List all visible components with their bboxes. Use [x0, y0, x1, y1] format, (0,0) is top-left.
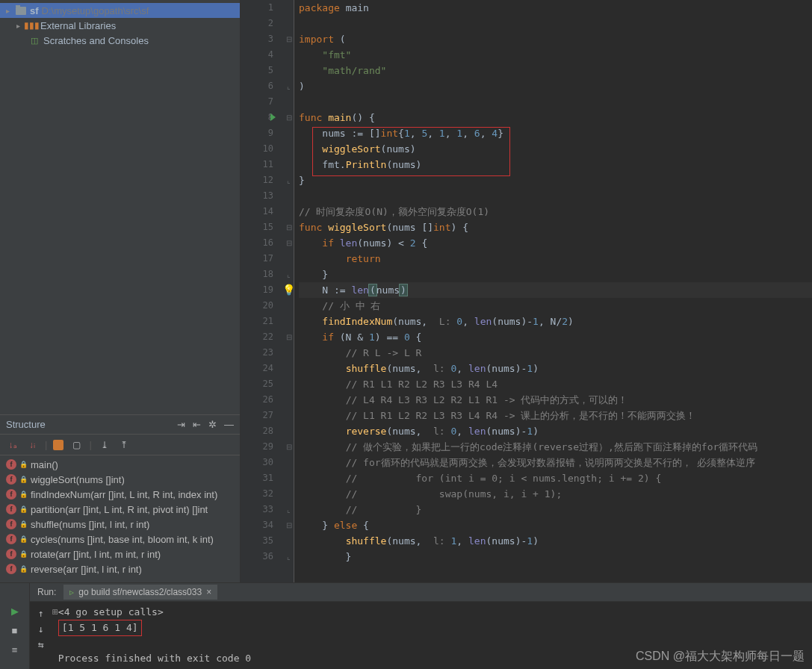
code-area[interactable]: package mainimport ( "fmt" "math/rand")f… — [294, 0, 812, 582]
autoscroll-from-icon[interactable]: ⤒ — [117, 438, 131, 452]
sort-type-icon[interactable]: ↓ᵢ — [25, 438, 39, 452]
lock-icon: 🔒 — [19, 535, 28, 543]
stop-icon[interactable]: ■ — [8, 623, 22, 637]
lock-icon: 🔒 — [19, 491, 28, 498]
go-icon: ▹ — [69, 587, 74, 597]
close-tab-icon[interactable]: × — [206, 587, 211, 597]
code-line[interactable]: // R L -> L R — [299, 345, 812, 361]
code-line[interactable]: // for循环的代码就是两两交换，会发现对数器报错，说明两两交换是不行的， 必… — [299, 455, 812, 470]
code-line[interactable]: // R1 L1 R2 L2 R3 L3 R4 L4 — [299, 376, 812, 392]
struct-item[interactable]: f🔒cycles(nums []int, base int, bloom int… — [0, 532, 240, 547]
struct-label: partition(arr []int, L int, R int, pivot… — [31, 504, 208, 515]
code-line[interactable]: if (N & 1) == 0 { — [299, 329, 812, 345]
code-line[interactable]: package main — [299, 0, 812, 16]
function-icon: f — [6, 534, 16, 544]
editor-area[interactable]: 1234567891011121314151617181920212223242… — [241, 0, 812, 582]
code-line[interactable]: // 时间复杂度O(N)，额外空间复杂度O(1) — [299, 204, 812, 220]
run-tab-label: go build sf/newclass2/class033 — [78, 587, 202, 597]
lock-icon: 🔒 — [19, 565, 28, 573]
function-icon: f — [6, 564, 16, 574]
structure-title: Structure — [6, 419, 46, 430]
struct-item[interactable]: f🔒rotate(arr []int, l int, m int, r int) — [0, 547, 240, 561]
soft-wrap-icon[interactable]: ⇆ — [38, 639, 44, 650]
lock-icon: 🔒 — [19, 550, 28, 558]
code-line[interactable]: // 做个实验，如果把上一行的code注释掉(reverse过程）,然后跑下面注… — [299, 439, 812, 455]
filter-icon[interactable] — [53, 440, 63, 450]
external-libraries[interactable]: ▸ ▮▮▮ External Libraries — [0, 18, 240, 33]
lock-icon: 🔒 — [19, 505, 28, 513]
code-line[interactable]: wiggleSort(nums) — [299, 141, 812, 157]
code-line[interactable]: "math/rand" — [299, 63, 812, 78]
structure-list: f🔒main()f🔒wiggleSort(nums []int)f🔒findIn… — [0, 455, 240, 578]
code-line[interactable]: } — [299, 549, 812, 564]
code-line[interactable]: // L4 R4 L3 R3 L2 R2 L1 R1 -> 代码中的方式，可以的… — [299, 392, 812, 408]
root-name: sf — [30, 5, 39, 16]
run-label: Run: — [30, 587, 63, 597]
console-output: [1 5 1 6 1 4] — [58, 620, 142, 636]
code-line[interactable]: func main() { — [299, 110, 812, 125]
watermark: CSDN @福大大架构师每日一题 — [636, 649, 805, 665]
code-line[interactable]: shuffle(nums, l: 1, len(nums)-1) — [299, 533, 812, 549]
code-line[interactable]: findIndexNum(nums, L: 0, len(nums)-1, N/… — [299, 314, 812, 329]
code-line[interactable]: nums := []int{1, 5, 1, 1, 6, 4} — [299, 125, 812, 141]
code-line[interactable]: } — [299, 172, 812, 188]
code-line[interactable]: import ( — [299, 31, 812, 47]
struct-label: reverse(arr []int, l int, r int) — [31, 564, 142, 575]
expand-icon[interactable]: ▸ — [16, 22, 24, 30]
struct-item[interactable]: f🔒wiggleSort(nums []int) — [0, 472, 240, 487]
code-line[interactable]: } else { — [299, 517, 812, 533]
code-line[interactable]: // for (int i = 0; i < nums.length; i +=… — [299, 470, 812, 486]
layout-icon[interactable]: ≡ — [8, 643, 22, 656]
code-line[interactable]: return — [299, 251, 812, 267]
function-icon: f — [6, 459, 16, 470]
code-line[interactable]: 💡 N := len(nums) — [299, 282, 812, 298]
struct-label: wiggleSort(nums []int) — [31, 474, 125, 485]
show-fields-icon[interactable]: ▢ — [69, 438, 83, 452]
sort-alpha-icon[interactable]: ↓ₐ — [6, 438, 19, 452]
settings-icon[interactable]: ✲ — [208, 419, 217, 430]
code-line[interactable]: reverse(nums, l: 0, len(nums)-1) — [299, 423, 812, 439]
code-line[interactable] — [299, 94, 812, 110]
run-tab[interactable]: ▹ go build sf/newclass2/class033 × — [63, 585, 217, 600]
left-panel: ▸ sfD:\mysetup\gopath\src\sf ▸ ▮▮▮ Exter… — [0, 0, 241, 582]
scratches-consoles[interactable]: ◫ Scratches and Consoles — [0, 33, 240, 48]
code-line[interactable]: // swap(nums, i, i + 1); — [299, 486, 812, 502]
expand-icon[interactable]: ▸ — [6, 7, 13, 15]
line-gutter[interactable]: 1234567891011121314151617181920212223242… — [241, 0, 284, 582]
intention-bulb-icon[interactable]: 💡 — [282, 282, 295, 298]
code-line[interactable] — [299, 188, 812, 204]
code-line[interactable]: "fmt" — [299, 47, 812, 63]
structure-panel: Structure ⇥ ⇤ ✲ — ↓ₐ ↓ᵢ | ▢ | ⤓ ⤒ f🔒main… — [0, 414, 240, 582]
scroll-up-icon[interactable]: ↑ — [38, 608, 44, 619]
code-line[interactable]: shuffle(nums, l: 0, len(nums)-1) — [299, 361, 812, 376]
run-gutter-icon[interactable] — [270, 113, 276, 121]
hide-icon[interactable]: — — [224, 419, 234, 430]
code-line[interactable]: // 小 中 右 — [299, 298, 812, 314]
code-line[interactable]: } — [299, 267, 812, 282]
struct-item[interactable]: f🔒shuffle(nums []int, l int, r int) — [0, 517, 240, 532]
code-line[interactable]: if len(nums) < 2 { — [299, 235, 812, 251]
expand-all-icon[interactable]: ⇥ — [177, 419, 185, 430]
collapse-all-icon[interactable]: ⇤ — [193, 419, 201, 430]
scroll-down-icon[interactable]: ↓ — [38, 623, 44, 635]
code-line[interactable]: fmt.Println(nums) — [299, 157, 812, 172]
project-root[interactable]: ▸ sfD:\mysetup\gopath\src\sf — [0, 3, 240, 18]
root-path: D:\mysetup\gopath\src\sf — [42, 5, 149, 16]
code-line[interactable]: func wiggleSort(nums []int) { — [299, 220, 812, 235]
struct-item[interactable]: f🔒reverse(arr []int, l int, r int) — [0, 561, 240, 576]
ext-lib-label: External Libraries — [40, 20, 116, 31]
rerun-icon[interactable]: ▶ — [8, 604, 22, 617]
autoscroll-source-icon[interactable]: ⤓ — [98, 438, 111, 452]
struct-item[interactable]: f🔒main() — [0, 457, 240, 472]
code-line[interactable]: // } — [299, 502, 812, 517]
code-line[interactable]: ) — [299, 78, 812, 94]
scratch-icon: ◫ — [28, 35, 40, 46]
struct-item[interactable]: f🔒partition(arr []int, L int, R int, piv… — [0, 502, 240, 517]
struct-item[interactable]: f🔒findIndexNum(arr []int, L int, R int, … — [0, 487, 240, 502]
run-toolbar: ▶ ■ ≡ — [0, 583, 30, 669]
function-icon: f — [6, 489, 16, 500]
struct-label: main() — [31, 459, 58, 470]
code-line[interactable]: // L1 R1 L2 R2 L3 R3 L4 R4 -> 课上的分析，是不行的… — [299, 408, 812, 423]
code-line[interactable] — [299, 16, 812, 31]
console-setup: <4 go setup calls> — [58, 606, 164, 617]
